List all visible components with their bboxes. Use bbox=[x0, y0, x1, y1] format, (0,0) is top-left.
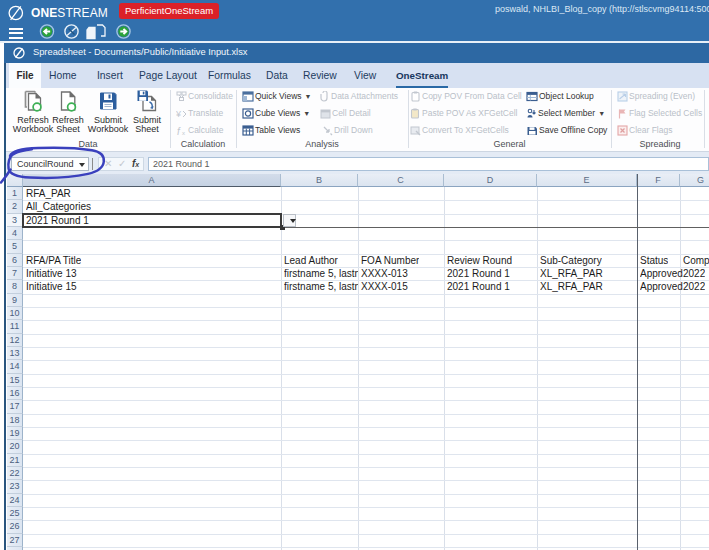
svg-text:f: f bbox=[177, 125, 181, 136]
svg-text:ONESTREAM: ONESTREAM bbox=[31, 6, 108, 20]
svg-text:x: x bbox=[182, 130, 185, 136]
svg-text:¥: ¥ bbox=[176, 109, 182, 119]
